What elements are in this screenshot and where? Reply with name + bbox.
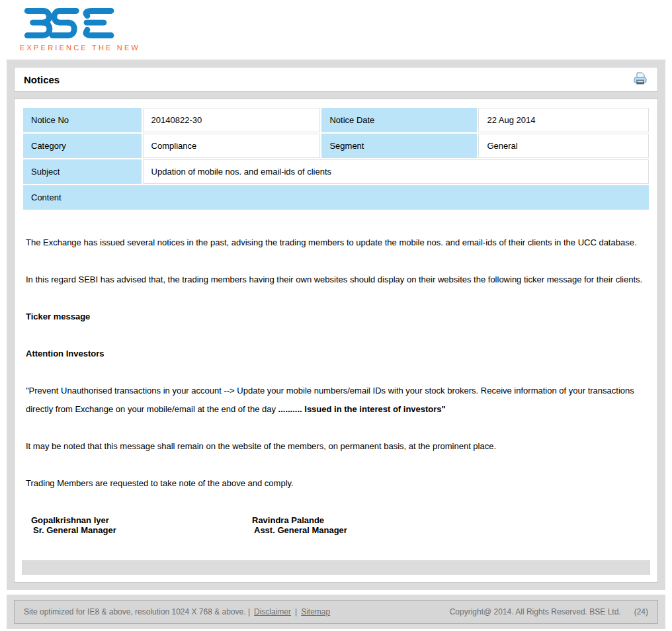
table-row: Subject Updation of mobile nos. and emai… [23,159,649,184]
subject-value: Updation of mobile nos. and email-ids of… [143,159,649,184]
notice-paragraph: In this regard SEBI has advised that, th… [26,271,645,289]
footer-optimized-text: Site optimized for IE8 & above, resoluti… [24,607,250,616]
subject-label: Subject [23,159,142,184]
content-label: Content [23,185,649,210]
page-title: Notices [24,74,60,85]
signature-left: Gopalkrishnan Iyer Sr. General Manager [26,515,247,535]
print-button[interactable] [632,72,648,87]
footer-right: Copyright@ 2014. All Rights Reserved. BS… [450,607,648,616]
footer-separator: | [295,607,297,616]
signatory-title: Sr. General Manager [31,525,247,535]
bse-logo: EXPERIENCE THE NEW [20,7,672,52]
signatory-title: Asst. General Manager [252,525,468,535]
segment-label: Segment [321,134,477,158]
ticker-quote: "Prevent Unauthorised transactions in yo… [26,382,645,419]
notice-paragraph: It may be noted that this message shall … [26,437,645,456]
footer-left: Site optimized for IE8 & above, resoluti… [24,607,330,616]
signatory-name: Gopalkrishnan Iyer [31,515,247,525]
bse-logo-mark [20,7,120,40]
segment-value: General [478,134,649,158]
notice-detail-panel: Notice No 20140822-30 Notice Date 22 Aug… [14,99,658,583]
attention-investors-heading: Attention Investors [26,345,645,363]
footer: Site optimized for IE8 & above, resoluti… [7,595,665,629]
signatory-name: Ravindra Palande [252,515,468,525]
notice-paragraph: Trading Members are requested to take no… [26,474,645,493]
sitemap-link[interactable]: Sitemap [301,607,330,616]
copyright-text: Copyright@ 2014. All Rights Reserved. BS… [450,607,621,616]
footer-box: Site optimized for IE8 & above, resoluti… [14,600,658,624]
table-row: Category Compliance Segment General [23,134,649,158]
disclaimer-link[interactable]: Disclaimer [254,607,291,616]
ticker-message-heading: Ticker message [26,308,645,326]
title-bar: Notices [14,67,658,92]
notice-meta-table: Notice No 20140822-30 Notice Date 22 Aug… [22,106,650,211]
category-value: Compliance [143,134,321,158]
notice-paragraph: The Exchange has issued several notices … [26,233,645,252]
table-row: Notice No 20140822-30 Notice Date 22 Aug… [23,108,649,132]
panel-bottom-strip [22,560,650,575]
site-header: EXPERIENCE THE NEW [0,0,672,58]
signature-block: Gopalkrishnan Iyer Sr. General Manager R… [26,515,645,535]
notice-date-label: Notice Date [321,108,477,132]
table-row: Content [23,185,649,210]
notice-body: The Exchange has issued several notices … [22,211,650,560]
ticker-quote-bold-text: .......... Issued in the interest of inv… [278,404,446,414]
notice-count: (24) [634,607,648,616]
notice-no-value: 20140822-30 [143,108,321,132]
notice-date-value: 22 Aug 2014 [478,108,649,132]
printer-icon [632,72,648,87]
category-label: Category [23,134,142,158]
notice-no-label: Notice No [23,108,142,132]
main-panel: Notices Notice No 20140822-30 Notice Dat… [7,60,665,590]
signature-right: Ravindra Palande Asst. General Manager [247,515,468,535]
logo-tagline: EXPERIENCE THE NEW [20,44,672,52]
